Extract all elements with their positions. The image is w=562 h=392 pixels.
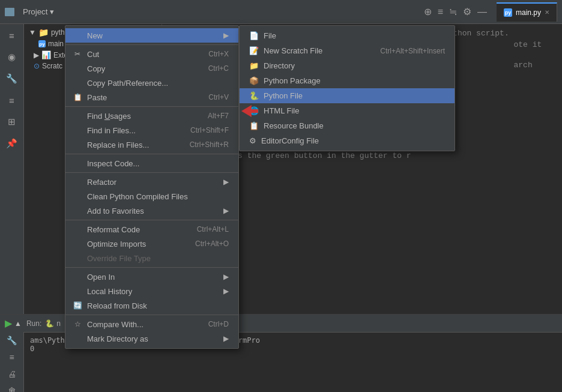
override-icon	[73, 253, 82, 263]
refactor-arrow: ▶	[223, 178, 229, 186]
menu-compare-label: Compare With...	[87, 320, 144, 329]
top-toolbar: Project ▾ ⊕ ≡ ≒ ⚙ — py main.py ✕	[0, 0, 562, 24]
submenu-resource-bundle[interactable]: 📋 Resource Bundle	[240, 118, 455, 133]
find-usages-icon	[73, 111, 82, 121]
submenu-directory[interactable]: 📁 Directory	[240, 58, 455, 73]
menu-open-in-label: Open In	[87, 273, 115, 282]
reformat-shortcut: Ctrl+Alt+L	[197, 225, 229, 234]
refactor-icon	[73, 177, 82, 187]
submenu-arrow: ▶	[223, 31, 229, 40]
favorites-arrow: ▶	[223, 207, 229, 215]
cut-icon: ✂	[73, 49, 82, 59]
menu-override-label: Override File Type	[87, 254, 151, 263]
pin-icon[interactable]: 📌	[5, 137, 19, 150]
menu-item-find-usages[interactable]: Find Usages Alt+F7	[65, 109, 238, 123]
menu-item-paste[interactable]: 📋 Paste Ctrl+V	[65, 90, 238, 104]
menu-item-local-history[interactable]: Local History ▶	[65, 284, 238, 298]
run-icon[interactable]: ◉	[5, 50, 19, 64]
trash-icon[interactable]: 🗑	[8, 386, 16, 392]
submenu-python-file[interactable]: 🐍 Python File	[240, 88, 455, 103]
menu-item-refactor[interactable]: Refactor ▶	[65, 175, 238, 189]
submenu-python-package[interactable]: 📦 Python Package	[240, 73, 455, 88]
find-usages-shortcut: Alt+F7	[208, 112, 229, 120]
menu-item-mark-dir[interactable]: Mark Directory as ▶	[65, 331, 238, 346]
menu-new-label: New	[87, 31, 103, 40]
menu-item-reformat[interactable]: Reformat Code Ctrl+Alt+L	[65, 222, 238, 237]
submenu-directory-label: Directory	[264, 61, 295, 70]
find-files-icon	[73, 125, 82, 135]
project-tree-icon[interactable]: ≡	[5, 29, 19, 42]
menu-sep-7	[65, 315, 238, 315]
submenu-package-label: Python Package	[264, 76, 321, 85]
layers-icon[interactable]: ⊞	[5, 115, 19, 128]
history-arrow: ▶	[223, 287, 229, 295]
submenu-html-file[interactable]: 🌐 HTML File	[240, 103, 455, 118]
globe-icon[interactable]: ⊕	[424, 6, 432, 17]
submenu-html-label: HTML File	[264, 106, 299, 115]
submenu-file-label: File	[264, 31, 276, 40]
menu-item-reload[interactable]: 🔄 Reload from Disk	[65, 298, 238, 313]
menu-item-new[interactable]: New ▶	[65, 28, 238, 43]
project-button[interactable]: Project ▾	[19, 6, 58, 17]
menu-find-usages-label: Find Usages	[87, 112, 131, 121]
scratch-expand-arrow: ⊙	[34, 62, 40, 70]
tab-bar: py main.py ✕	[497, 2, 557, 22]
directory-icon: 📁	[249, 61, 259, 70]
main-py-tab[interactable]: py main.py ✕	[497, 2, 557, 22]
list2-icon[interactable]: ≡	[9, 352, 14, 362]
resource-icon: 📋	[249, 121, 259, 130]
menu-item-optimize[interactable]: Optimize Imports Ctrl+Alt+O	[65, 237, 238, 251]
menu-cut-label: Cut	[87, 50, 99, 59]
up-icon: ▲	[14, 319, 22, 328]
tab-close-button[interactable]: ✕	[545, 9, 549, 16]
list-icon[interactable]: ≡	[438, 7, 443, 17]
reload-icon: 🔄	[73, 301, 82, 310]
menu-reload-label: Reload from Disk	[87, 301, 147, 310]
menu-sep-6	[65, 267, 238, 268]
python-icon: 🐍	[249, 91, 259, 100]
print-icon[interactable]: 🖨	[8, 369, 16, 379]
menu-sep-3	[65, 154, 238, 154]
minimize-icon[interactable]: —	[477, 7, 487, 17]
wrench2-icon[interactable]: 🔧	[7, 336, 17, 345]
inspect-icon	[73, 158, 82, 168]
menu-item-clean[interactable]: Clean Python Compiled Files	[65, 189, 238, 204]
play-button[interactable]: ▶	[5, 318, 12, 329]
collapse-arrow: ▼	[29, 28, 36, 37]
menu-item-open-in[interactable]: Open In ▶	[65, 270, 238, 284]
cut-shortcut: Ctrl+X	[208, 50, 229, 58]
submenu-editorconfig[interactable]: ⚙ EditorConfig File	[240, 133, 455, 148]
menu-item-favorites[interactable]: Add to Favorites ▶	[65, 204, 238, 218]
paste-shortcut: Ctrl+V	[208, 93, 229, 101]
compare-shortcut: Ctrl+D	[208, 320, 229, 328]
menu-item-copy[interactable]: Copy Ctrl+C	[65, 61, 238, 76]
menu-item-copy-path[interactable]: Copy Path/Reference...	[65, 76, 238, 90]
menu-item-find-files[interactable]: Find in Files... Ctrl+Shift+F	[65, 123, 238, 137]
menu-item-replace-files[interactable]: Replace in Files... Ctrl+Shift+R	[65, 137, 238, 152]
menu-item-cut[interactable]: ✂ Cut Ctrl+X	[65, 47, 238, 61]
menu-sep-2	[65, 106, 238, 107]
menu-sep-4	[65, 172, 238, 173]
new-submenu: 📄 File 📝 New Scratch File Ctrl+Alt+Shift…	[239, 25, 455, 151]
up-button[interactable]: ▲	[14, 319, 22, 328]
package-icon: 📦	[249, 76, 259, 85]
menu-history-label: Local History	[87, 287, 132, 296]
external-libs-icon: 📊	[41, 50, 51, 59]
menu-refactor-label: Refactor	[87, 178, 116, 187]
menu-item-compare[interactable]: ☆ Compare With... Ctrl+D	[65, 317, 238, 331]
new-icon	[73, 31, 82, 40]
folder-icon	[5, 8, 14, 16]
menu-replace-label: Replace in Files...	[87, 140, 149, 149]
submenu-editorconfig-label: EditorConfig File	[261, 136, 319, 145]
gear-icon[interactable]: ⚙	[463, 6, 471, 17]
submenu-file[interactable]: 📄 File	[240, 28, 455, 43]
wrench-icon[interactable]: 🔧	[5, 72, 19, 85]
copy-shortcut: Ctrl+C	[208, 64, 229, 73]
filter-icon[interactable]: ≒	[449, 6, 457, 17]
submenu-scratch-file[interactable]: 📝 New Scratch File Ctrl+Alt+Shift+Insert	[240, 43, 455, 58]
optimize-shortcut: Ctrl+Alt+O	[195, 240, 229, 248]
bottom-left-icons: 🔧 ≡ 🖨 🗑	[0, 332, 24, 392]
menu-mark-dir-label: Mark Directory as	[87, 334, 148, 343]
menu-item-inspect[interactable]: Inspect Code...	[65, 156, 238, 170]
structure-icon[interactable]: ≡	[5, 94, 19, 107]
